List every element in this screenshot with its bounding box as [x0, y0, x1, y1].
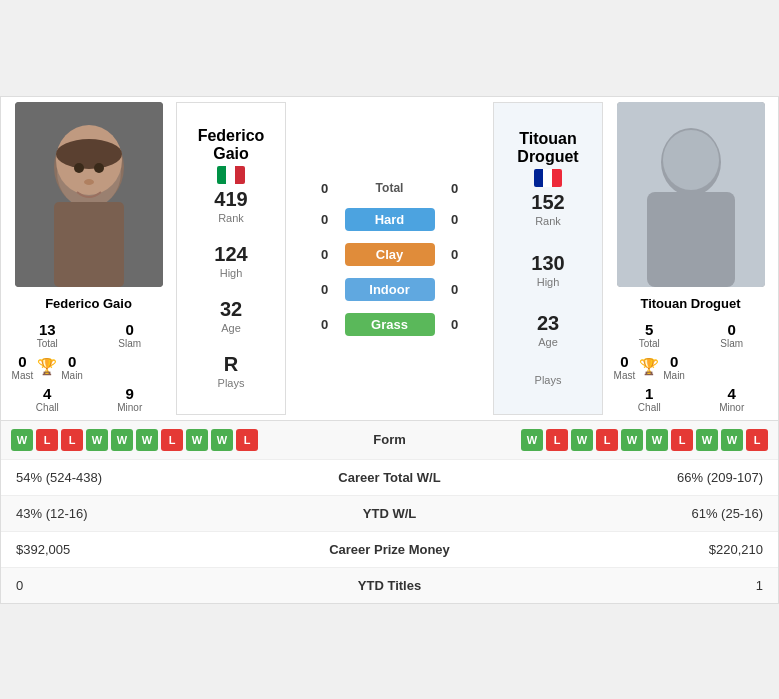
right-form-badges: WLWLWWLWWL: [521, 429, 768, 451]
form-badge-right: W: [571, 429, 593, 451]
left-slam-value: 0: [89, 321, 172, 338]
total-label: Total: [345, 181, 435, 195]
svg-point-5: [56, 139, 122, 169]
left-stats-grid: 13 Total 0 Slam 0 Mast 🏆 0: [6, 319, 171, 415]
grass-score-right: 0: [445, 317, 465, 332]
clay-score-right: 0: [445, 247, 465, 262]
right-total-value: 5: [608, 321, 691, 338]
right-slam-cell: 0 Slam: [691, 319, 774, 351]
left-main-value: 0: [61, 353, 83, 370]
right-high-label: High: [531, 276, 564, 288]
right-high-value: 130: [531, 252, 564, 275]
left-mast-cell: 0 Mast 🏆 0 Main: [6, 351, 89, 383]
stats-right-1: 61% (25-16): [490, 506, 764, 521]
right-main-value: 0: [663, 353, 685, 370]
left-mast-value: 0: [12, 353, 34, 370]
right-name-top-l2: Droguet: [517, 148, 578, 165]
stats-left-3: 0: [16, 578, 290, 593]
left-mast-label: Mast: [12, 370, 34, 381]
right-slam-label: Slam: [691, 338, 774, 349]
left-age-block: 32 Age: [220, 298, 242, 334]
form-section: WLLWWWLWWL Form WLWLWWLWWL: [1, 420, 778, 459]
form-badge-right: W: [721, 429, 743, 451]
right-chall-cell: 1 Chall: [608, 383, 691, 415]
right-player-name: Titouan Droguet: [640, 296, 740, 311]
hard-button[interactable]: Hard: [345, 208, 435, 231]
form-badge-left: L: [36, 429, 58, 451]
left-player-name: Federico Gaio: [45, 296, 132, 311]
stats-row: 54% (524-438) Career Total W/L 66% (209-…: [1, 459, 778, 495]
form-badge-left: L: [61, 429, 83, 451]
right-total-cell: 5 Total: [608, 319, 691, 351]
left-minor-label: Minor: [89, 402, 172, 413]
indoor-score-right: 0: [445, 282, 465, 297]
top-section: Federico Gaio 13 Total 0 Slam 0 Mast: [1, 97, 778, 420]
surface-section: 0 Total 0 0 Hard 0 0 Clay 0 0 Indoor 0 0: [291, 102, 488, 415]
left-age-label: Age: [220, 322, 242, 334]
form-badge-left: W: [186, 429, 208, 451]
stats-left-2: $392,005: [16, 542, 290, 557]
form-badge-left: W: [136, 429, 158, 451]
right-chall-label: Chall: [608, 402, 691, 413]
right-spacer: [691, 351, 774, 383]
left-rank-label: Rank: [198, 212, 265, 224]
right-age-label: Age: [537, 336, 559, 348]
stats-left-0: 54% (524-438): [16, 470, 290, 485]
right-rank-value: 152: [517, 191, 578, 214]
right-main-label: Main: [663, 370, 685, 381]
indoor-button[interactable]: Indoor: [345, 278, 435, 301]
clay-button[interactable]: Clay: [345, 243, 435, 266]
surface-row-hard: 0 Hard 0: [315, 208, 465, 231]
right-plays-label: Plays: [535, 374, 562, 386]
svg-point-12: [663, 130, 719, 190]
right-total-label: Total: [608, 338, 691, 349]
stats-left-1: 43% (12-16): [16, 506, 290, 521]
form-badge-right: L: [596, 429, 618, 451]
stats-row: $392,005 Career Prize Money $220,210: [1, 531, 778, 567]
right-rank-label: Rank: [517, 215, 578, 227]
form-label: Form: [373, 432, 406, 447]
right-high-block: 130 High: [531, 252, 564, 288]
left-high-value: 124: [214, 243, 247, 266]
left-rank-block: Federico Gaio 419 Rank: [198, 127, 265, 224]
left-chall-label: Chall: [6, 402, 89, 413]
stats-right-0: 66% (209-107): [490, 470, 764, 485]
right-mast-value: 0: [614, 353, 636, 370]
left-total-label: Total: [6, 338, 89, 349]
right-minor-cell: 4 Minor: [691, 383, 774, 415]
form-badge-right: L: [546, 429, 568, 451]
stats-row: 0 YTD Titles 1: [1, 567, 778, 603]
bottom-stats-container: 54% (524-438) Career Total W/L 66% (209-…: [1, 459, 778, 603]
form-badge-right: L: [671, 429, 693, 451]
left-player-photo: [15, 102, 163, 287]
right-mast-label: Mast: [614, 370, 636, 381]
right-minor-label: Minor: [691, 402, 774, 413]
right-chall-value: 1: [608, 385, 691, 402]
left-total-cell: 13 Total: [6, 319, 89, 351]
left-rank-value: 419: [198, 188, 265, 211]
left-high-label: High: [214, 267, 247, 279]
svg-point-8: [84, 179, 94, 185]
form-badge-right: W: [621, 429, 643, 451]
left-plays-value: R: [218, 353, 245, 376]
right-age-value: 23: [537, 312, 559, 335]
stats-center-1: YTD W/L: [290, 506, 490, 521]
left-minor-cell: 9 Minor: [89, 383, 172, 415]
left-total-value: 13: [6, 321, 89, 338]
left-chall-value: 4: [6, 385, 89, 402]
right-stats-grid: 5 Total 0 Slam 0 Mast 🏆 0: [608, 319, 773, 415]
grass-button[interactable]: Grass: [345, 313, 435, 336]
left-high-block: 124 High: [214, 243, 247, 279]
form-badge-left: W: [86, 429, 108, 451]
left-plays-label: Plays: [218, 377, 245, 389]
stats-row: 43% (12-16) YTD W/L 61% (25-16): [1, 495, 778, 531]
clay-score-left: 0: [315, 247, 335, 262]
total-score-right: 0: [445, 181, 465, 196]
stats-center-3: YTD Titles: [290, 578, 490, 593]
surface-row-grass: 0 Grass 0: [315, 313, 465, 336]
form-badge-left: W: [11, 429, 33, 451]
left-photo-bg: [15, 102, 163, 287]
form-badge-right: L: [746, 429, 768, 451]
form-badge-left: W: [111, 429, 133, 451]
svg-rect-11: [647, 192, 735, 287]
